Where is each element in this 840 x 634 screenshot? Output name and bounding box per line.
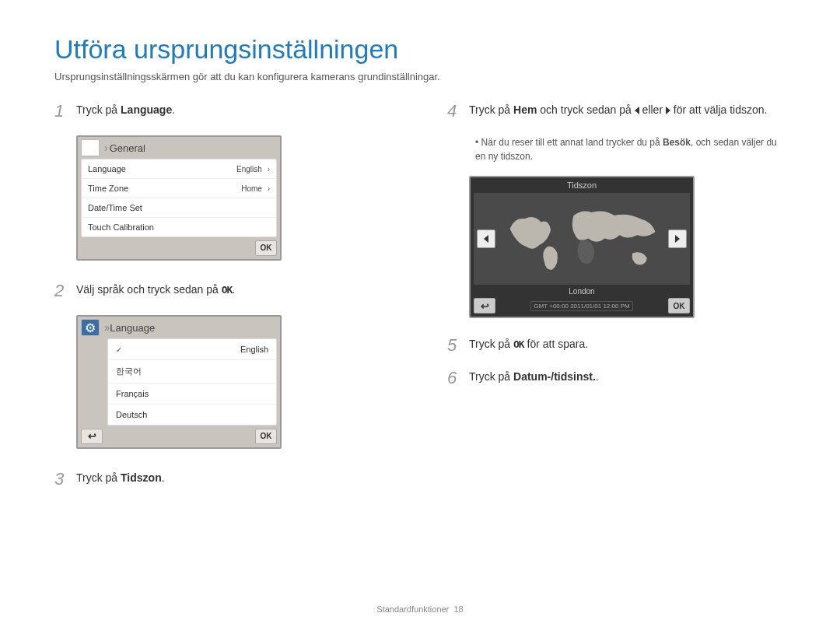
- step-6: 6 Tryck på Datum-/tidsinst..: [447, 370, 786, 387]
- lang-option-francais[interactable]: Français: [108, 384, 276, 405]
- screen-timezone: Tidszon London GMT +00:00 2011/01/01 12:…: [469, 176, 695, 318]
- step-number: 6: [447, 370, 460, 387]
- content-columns: 1 Tryck på Language. General Language En…: [54, 103, 786, 503]
- step-text: Tryck på OK för att spara.: [469, 337, 588, 352]
- step-3: 3 Tryck på Tidszon.: [54, 471, 393, 488]
- nav-right-button[interactable]: [668, 229, 687, 248]
- step-text: Tryck på Hem och tryck sedan på eller fö…: [469, 103, 767, 118]
- step-number: 5: [447, 337, 460, 354]
- step-5: 5 Tryck på OK för att spara.: [447, 337, 786, 354]
- step-number: 3: [54, 471, 67, 488]
- lang-option-deutsch[interactable]: Deutsch: [108, 405, 276, 425]
- step-4: 4 Tryck på Hem och tryck sedan på eller …: [447, 103, 786, 120]
- left-column: 1 Tryck på Language. General Language En…: [54, 103, 393, 503]
- ok-text: OK: [222, 284, 233, 296]
- screen-language-title: Language: [104, 321, 155, 334]
- step-number: 4: [447, 103, 460, 120]
- step-number: 1: [54, 103, 67, 120]
- ok-button[interactable]: OK: [668, 298, 690, 313]
- back-button[interactable]: [474, 298, 495, 313]
- page-intro: Ursprungsinställningsskärmen gör att du …: [54, 71, 786, 82]
- gear-icon[interactable]: ⚙: [81, 319, 100, 336]
- page-footer: Standardfunktioner 18: [0, 604, 840, 614]
- lang-option-english[interactable]: English: [108, 339, 276, 360]
- timezone-city: London: [471, 285, 693, 296]
- nav-left-button[interactable]: [477, 229, 495, 248]
- ok-button[interactable]: OK: [255, 429, 277, 444]
- step-1: 1 Tryck på Language.: [54, 103, 393, 120]
- ok-text: OK: [513, 338, 524, 350]
- timezone-info: GMT +00:00 2011/01/01 12:00 PM: [530, 301, 632, 311]
- step-2: 2 Välj språk och tryck sedan på OK.: [54, 282, 393, 299]
- step-text: Välj språk och tryck sedan på OK.: [76, 282, 235, 298]
- row-datetime[interactable]: Date/Time Set: [82, 198, 276, 218]
- world-map-icon: [500, 198, 663, 279]
- ok-button[interactable]: OK: [255, 240, 277, 256]
- right-column: 4 Tryck på Hem och tryck sedan på eller …: [447, 103, 786, 503]
- step-4-subnote: • När du reser till ett annat land tryck…: [475, 135, 786, 163]
- row-timezone[interactable]: Time Zone Home: [82, 179, 276, 198]
- step-text: Tryck på Tidszon.: [76, 471, 165, 486]
- back-button[interactable]: [81, 429, 103, 444]
- step-text: Tryck på Datum-/tidsinst..: [469, 370, 599, 385]
- screen-general: General Language English Time Zone Home …: [76, 135, 282, 261]
- tab-icon-blank[interactable]: [81, 139, 100, 156]
- screen-language: ⚙ Language English 한국어 Français Deutsch …: [76, 315, 282, 449]
- row-touch-calibration[interactable]: Touch Calibration: [82, 218, 276, 236]
- step-text: Tryck på Language.: [76, 103, 175, 118]
- step-number: 2: [54, 282, 67, 299]
- screen-general-title: General: [104, 142, 145, 154]
- row-language[interactable]: Language English: [82, 159, 276, 179]
- lang-option-korean[interactable]: 한국어: [108, 360, 276, 384]
- timezone-title: Tidszon: [471, 177, 693, 193]
- page-title: Utföra ursprungsinställningen: [54, 34, 786, 65]
